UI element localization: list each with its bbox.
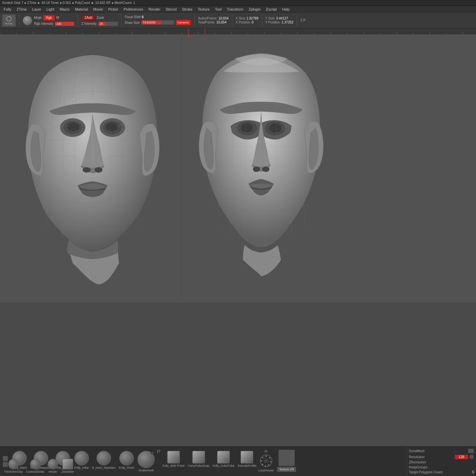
menu-tool[interactable]: Tool [213, 7, 224, 12]
resolution-row: Resolution 128 [409, 455, 474, 459]
z-intensity-label: Z Intensity [81, 22, 97, 25]
menu-layer[interactable]: Layer [30, 7, 44, 12]
zsub-group: ZAdd Zsub Z Intensity 25 [81, 15, 118, 26]
menu-render[interactable]: Render [146, 7, 163, 12]
rgb-intensity-slider[interactable]: 100 [55, 21, 74, 26]
brush-curvetubesnap-label: CurveTubeSnap [188, 464, 209, 467]
menu-zscript[interactable]: Zscript [263, 7, 279, 12]
z-intensity-value: 25 [99, 22, 118, 25]
head-right-svg [195, 38, 327, 286]
svg-point-83 [265, 456, 267, 457]
menu-help[interactable]: Help [280, 7, 292, 12]
brush-bdam-standard[interactable]: B_Dam_Standarc [91, 450, 117, 471]
menu-light[interactable]: Light [44, 7, 57, 12]
brush-cubetube[interactable]: Folly_CubeTube [212, 450, 236, 469]
brush-thickskinclay[interactable]: ThickSkinClay [3, 457, 24, 475]
brush-morph-label: Morph [49, 470, 57, 473]
brush-imm-primit[interactable]: Folly_IMM Primit [161, 450, 186, 469]
target-poly-value: 5 [472, 470, 474, 474]
focal-shift-value: 0 [142, 15, 144, 19]
svg-point-67 [262, 167, 269, 172]
x-size-value: 1.92789 [246, 17, 258, 20]
menu-macro[interactable]: Macro [57, 7, 72, 12]
svg-point-92 [265, 460, 267, 461]
dynaMesh-label: DynaMesh [409, 449, 467, 453]
zremesher-row: ZRemesher [409, 460, 474, 464]
brush-folly-inflat[interactable]: Folly_Inflat [73, 450, 90, 471]
menu-ztime[interactable]: ZTime [14, 7, 29, 12]
svg-point-43 [106, 123, 118, 131]
dynaMesh-toggle[interactable] [468, 449, 474, 453]
brush-preview [23, 16, 32, 25]
texture-off-button[interactable]: Texture Off [277, 467, 296, 472]
brush-cubetube-label: Folly_CubeTube [213, 464, 235, 467]
menu-stencil[interactable]: Stencil [163, 7, 179, 12]
rgb-button[interactable]: Rgb [43, 15, 55, 21]
brush-folly-pinch[interactable]: Folly_Pinch [118, 450, 136, 471]
y-pos-label: Y Position [265, 20, 280, 24]
dynamic-button[interactable]: Dynamic [176, 20, 191, 25]
canvas-area[interactable]: ▼ [0, 28, 476, 303]
zsub-label: Zsub [97, 16, 104, 20]
menu-movie[interactable]: Movie [91, 7, 105, 12]
points-stats: ActivePoints: 10,654 TotalPoints: 10,654 [198, 17, 228, 24]
curvetube-preview [192, 451, 205, 463]
brush-folly-pinch-label: Folly_Pinch [119, 466, 135, 469]
focal-draw-group: Focal Shift 0 Draw Size 73.81539 Dynamic [125, 15, 191, 25]
resolution-knob[interactable] [469, 455, 474, 459]
menu-material[interactable]: Material [73, 7, 90, 12]
lazymouse-section: 31 LazyMouse [258, 450, 274, 472]
svg-point-88 [262, 464, 263, 465]
lazymouse-icon[interactable] [259, 454, 273, 468]
svg-point-63 [241, 123, 253, 133]
menu-zplugin[interactable]: Zplugin [246, 7, 263, 12]
menu-folly[interactable]: Folly [1, 7, 14, 12]
svg-point-89 [261, 460, 262, 461]
x-pos-label: X Position [236, 20, 251, 24]
snakehook-num: 1 [151, 452, 154, 455]
zpos-stats: Z P [300, 19, 306, 22]
brush-zmodeler-label: ZModeler [61, 470, 74, 473]
brush-snakehook[interactable]: 1 SnakeHook [136, 450, 156, 473]
menu-texture[interactable]: Texture [195, 7, 212, 12]
resolution-value[interactable]: 128 [455, 455, 468, 459]
svg-point-85 [270, 461, 271, 462]
menu-stroke[interactable]: Stroke [179, 7, 195, 12]
menu-transform[interactable]: Transform [224, 7, 246, 12]
bottom-bar: Folly_Mech Folly_SharpSoft Folly_Polish … [0, 446, 476, 476]
active-points-value: 10,654 [218, 17, 229, 20]
svg-point-86 [268, 464, 269, 466]
menu-picker[interactable]: Picker [106, 7, 121, 12]
brush-number-17: 17 [157, 450, 160, 454]
brush-extrudeprofile[interactable]: ExtrudeProfile [236, 450, 258, 469]
lazymouse-label: LazyMouse [258, 469, 274, 472]
svg-point-44 [83, 167, 91, 173]
brush-curvetubesnap[interactable]: CurveTubeSnap [186, 450, 211, 469]
svg-point-65 [269, 123, 281, 133]
head-right[interactable] [195, 38, 327, 286]
zadd-button[interactable]: ZAdd [81, 15, 95, 21]
total-points-label: TotalPoints: [198, 20, 215, 24]
texture-off-area: Texture Off [277, 450, 296, 472]
keepgroups-label: KeepGroups [409, 465, 474, 469]
z-intensity-slider[interactable]: 25 [98, 21, 118, 26]
draw-size-slider[interactable]: 73.81539 [141, 20, 174, 25]
menu-preferences[interactable]: Preferences [121, 7, 145, 12]
svg-point-66 [253, 167, 260, 172]
active-points-label: ActivePoints: [198, 17, 217, 20]
ruler [0, 28, 476, 34]
brush-zmodeler[interactable]: ZModeler [60, 457, 75, 475]
keepgroups-row: KeepGroups [409, 465, 474, 469]
dynaMesh-row: DynaMesh [409, 449, 474, 453]
ysize-stats: Y Size 3.44137 Y Position 1.37252 [265, 17, 294, 24]
resolution-label: Resolution [409, 455, 454, 459]
rgb-intensity-value: 100 [55, 22, 74, 25]
m-label: M [56, 16, 59, 20]
brush-contrastdelta[interactable]: ContrastDelta [25, 457, 46, 475]
rotate-button[interactable]: Rotate [2, 14, 16, 27]
cubetube-preview [217, 451, 230, 463]
head-left-svg [20, 38, 165, 290]
head-left[interactable] [20, 38, 165, 290]
brush-morph[interactable]: Morph [46, 457, 60, 475]
svg-point-84 [269, 457, 270, 458]
